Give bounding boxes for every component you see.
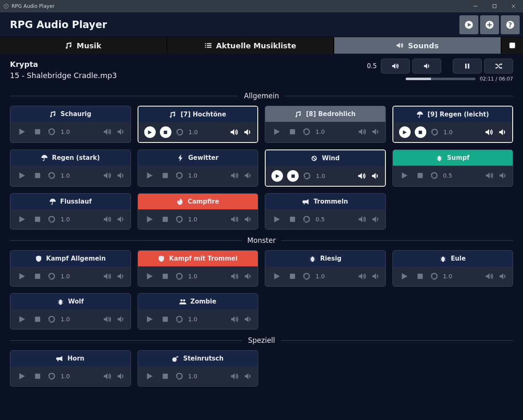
- card-loop-button[interactable]: [175, 315, 183, 323]
- card-stop-button[interactable]: [415, 126, 426, 138]
- card-loop-button[interactable]: [48, 215, 56, 223]
- card-play-button[interactable]: [144, 170, 155, 181]
- window-minimize-button[interactable]: [466, 0, 485, 12]
- card-play-button[interactable]: [271, 170, 283, 182]
- card-loop-button[interactable]: [48, 315, 56, 323]
- card-volume-down-button[interactable]: [244, 315, 252, 323]
- window-maximize-button[interactable]: [485, 0, 504, 12]
- pause-button[interactable]: [453, 59, 482, 74]
- sound-card-header[interactable]: [8] Bedrohlich: [265, 106, 385, 122]
- card-volume-down-button[interactable]: [116, 128, 125, 136]
- card-stop-button[interactable]: [287, 214, 298, 225]
- card-play-button[interactable]: [144, 126, 156, 138]
- card-volume-up-button[interactable]: [358, 172, 366, 180]
- sound-card-header[interactable]: Regen (stark): [10, 150, 131, 166]
- card-volume-down-button[interactable]: [499, 272, 507, 280]
- card-play-button[interactable]: [271, 126, 283, 138]
- sound-card-header[interactable]: Campfire: [138, 194, 258, 209]
- card-volume-up-button[interactable]: [485, 128, 493, 136]
- card-loop-button[interactable]: [48, 272, 56, 280]
- card-stop-button[interactable]: [287, 170, 299, 182]
- card-stop-button[interactable]: [287, 126, 298, 138]
- card-volume-up-button[interactable]: [103, 128, 112, 136]
- card-loop-button[interactable]: [302, 128, 311, 136]
- header-play-button[interactable]: [459, 15, 478, 34]
- tab-music[interactable]: Musik: [0, 37, 167, 54]
- volume-down-button[interactable]: [412, 59, 441, 74]
- card-play-button[interactable]: [271, 214, 283, 225]
- card-play-button[interactable]: [16, 170, 28, 181]
- progress-bar[interactable]: [406, 78, 475, 80]
- card-stop-button[interactable]: [414, 271, 426, 282]
- card-play-button[interactable]: [144, 313, 155, 325]
- tab-playlist[interactable]: Aktuelle Musikliste: [167, 37, 335, 54]
- card-play-button[interactable]: [144, 271, 155, 282]
- card-volume-down-button[interactable]: [244, 171, 252, 180]
- card-stop-button[interactable]: [159, 214, 171, 225]
- sound-card-header[interactable]: Wind: [266, 150, 385, 166]
- card-play-button[interactable]: [16, 370, 28, 382]
- card-loop-button[interactable]: [48, 372, 56, 380]
- card-loop-button[interactable]: [175, 372, 183, 380]
- sound-card-header[interactable]: Riesig: [265, 251, 385, 266]
- card-volume-up-button[interactable]: [103, 272, 112, 280]
- card-volume-up-button[interactable]: [485, 272, 494, 280]
- card-loop-button[interactable]: [48, 171, 56, 180]
- card-volume-down-button[interactable]: [371, 272, 380, 280]
- card-stop-button[interactable]: [32, 126, 43, 138]
- card-volume-up-button[interactable]: [103, 171, 112, 180]
- card-play-button[interactable]: [144, 214, 155, 225]
- sound-card-header[interactable]: Gewitter: [138, 150, 258, 166]
- card-stop-button[interactable]: [287, 271, 298, 282]
- sound-card-header[interactable]: [9] Regen (leicht): [393, 107, 513, 122]
- sound-card-header[interactable]: Flusslauf: [10, 194, 131, 209]
- card-volume-down-button[interactable]: [498, 128, 506, 136]
- card-volume-up-button[interactable]: [358, 128, 366, 136]
- card-loop-button[interactable]: [303, 172, 311, 180]
- card-loop-button[interactable]: [430, 272, 438, 280]
- card-stop-button[interactable]: [160, 126, 171, 138]
- sound-card-header[interactable]: Eule: [393, 251, 513, 266]
- header-add-button[interactable]: [480, 15, 499, 34]
- sound-card-header[interactable]: Horn: [10, 351, 131, 366]
- card-loop-button[interactable]: [430, 128, 439, 136]
- card-play-button[interactable]: [16, 126, 28, 138]
- card-play-button[interactable]: [16, 271, 28, 282]
- card-loop-button[interactable]: [176, 128, 184, 136]
- card-stop-button[interactable]: [32, 214, 43, 225]
- card-volume-up-button[interactable]: [231, 315, 239, 323]
- card-stop-button[interactable]: [32, 170, 43, 181]
- sound-card-header[interactable]: Wolf: [10, 294, 131, 309]
- card-volume-up-button[interactable]: [230, 128, 238, 136]
- card-volume-down-button[interactable]: [116, 171, 125, 180]
- tab-sounds[interactable]: Sounds: [334, 37, 502, 54]
- sound-card-header[interactable]: Kampf mit Trommel: [138, 251, 258, 266]
- card-volume-down-button[interactable]: [116, 315, 125, 323]
- card-play-button[interactable]: [399, 271, 410, 282]
- card-loop-button[interactable]: [175, 272, 183, 280]
- card-stop-button[interactable]: [159, 370, 171, 382]
- card-volume-up-button[interactable]: [103, 315, 112, 323]
- card-volume-down-button[interactable]: [244, 215, 252, 223]
- shuffle-button[interactable]: [484, 59, 513, 74]
- card-loop-button[interactable]: [175, 215, 183, 223]
- card-play-button[interactable]: [399, 126, 411, 138]
- card-volume-up-button[interactable]: [231, 171, 239, 180]
- card-loop-button[interactable]: [302, 272, 311, 280]
- card-stop-button[interactable]: [32, 370, 43, 382]
- card-volume-up-button[interactable]: [485, 171, 494, 180]
- card-volume-down-button[interactable]: [371, 128, 380, 136]
- card-play-button[interactable]: [144, 370, 155, 382]
- card-volume-down-button[interactable]: [116, 272, 125, 280]
- card-volume-up-button[interactable]: [358, 272, 366, 280]
- sound-card-header[interactable]: [7] Hochtöne: [138, 107, 258, 122]
- card-volume-down-button[interactable]: [244, 272, 252, 280]
- card-stop-button[interactable]: [159, 313, 171, 325]
- card-volume-up-button[interactable]: [231, 215, 239, 223]
- card-loop-button[interactable]: [302, 215, 311, 223]
- sound-card-header[interactable]: Kampf Allgemein: [10, 251, 131, 266]
- card-loop-button[interactable]: [175, 171, 183, 180]
- card-stop-button[interactable]: [32, 271, 43, 282]
- card-play-button[interactable]: [16, 313, 28, 325]
- card-stop-button[interactable]: [159, 170, 171, 181]
